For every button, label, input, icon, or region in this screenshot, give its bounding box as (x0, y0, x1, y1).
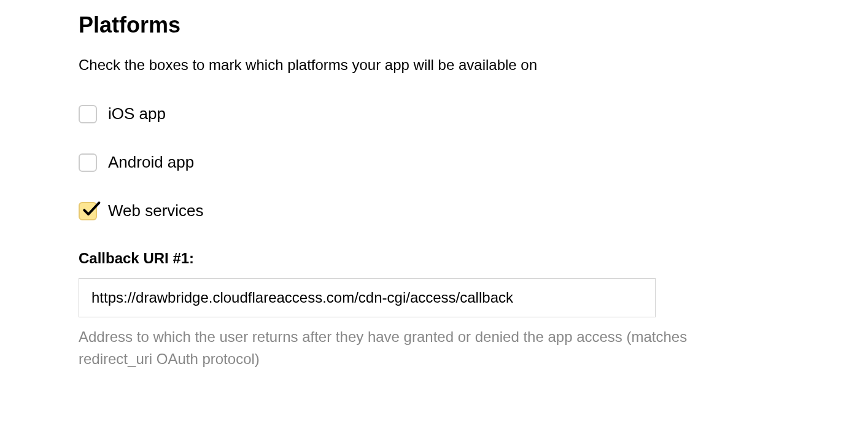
platform-option-android: Android app (79, 153, 789, 172)
callback-uri-label: Callback URI #1: (79, 250, 789, 267)
web-services-label: Web services (108, 201, 204, 220)
ios-label: iOS app (108, 104, 166, 123)
callback-uri-input[interactable] (79, 278, 656, 317)
ios-checkbox[interactable] (79, 105, 97, 123)
platforms-description: Check the boxes to mark which platforms … (79, 56, 789, 74)
platforms-heading: Platforms (79, 12, 789, 38)
platform-option-web: Web services (79, 201, 789, 220)
check-icon (81, 199, 101, 219)
callback-uri-help-text: Address to which the user returns after … (79, 326, 692, 370)
platform-option-ios: iOS app (79, 104, 789, 123)
web-services-checkbox[interactable] (79, 202, 97, 220)
android-checkbox[interactable] (79, 153, 97, 172)
android-label: Android app (108, 153, 194, 172)
